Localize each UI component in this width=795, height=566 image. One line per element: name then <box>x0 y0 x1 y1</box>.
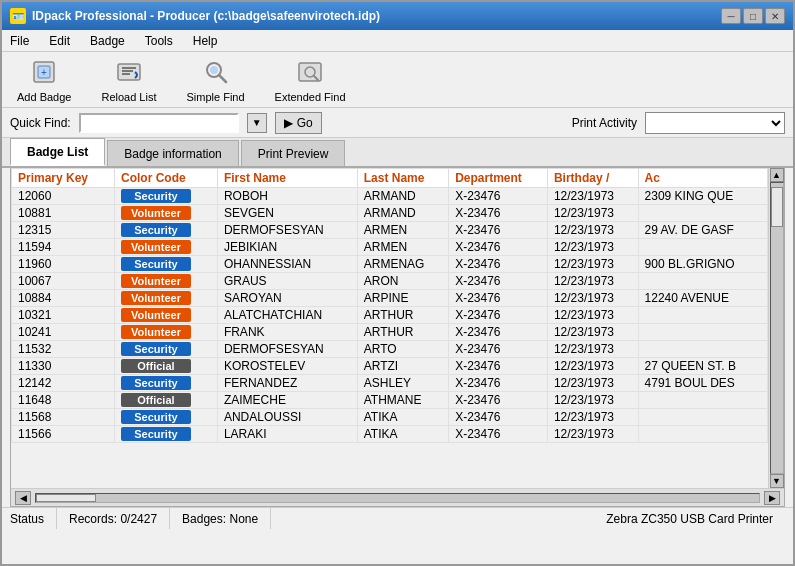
table-row[interactable]: 11532SecurityDERMOFSESYANARTOX-2347612/2… <box>12 341 768 358</box>
table-outer: Primary Key Color Code First Name Last N… <box>11 168 784 488</box>
table-wrapper[interactable]: Primary Key Color Code First Name Last N… <box>11 168 768 488</box>
hscroll-thumb[interactable] <box>36 494 96 502</box>
hscroll-right-arrow[interactable]: ▶ <box>764 491 780 505</box>
menu-edit[interactable]: Edit <box>45 33 74 49</box>
col-first-name: First Name <box>217 169 357 188</box>
svg-point-9 <box>210 66 218 74</box>
table-row[interactable]: 11566SecurityLARAKIATIKAX-2347612/23/197… <box>12 426 768 443</box>
tab-badge-information[interactable]: Badge information <box>107 140 238 166</box>
table-row[interactable]: 12142SecurityFERNANDEZASHLEYX-2347612/23… <box>12 375 768 392</box>
badges-text: Badges: None <box>182 512 258 526</box>
simple-find-label: Simple Find <box>186 91 244 103</box>
table-row[interactable]: 10067VolunteerGRAUSARONX-2347612/23/1973 <box>12 273 768 290</box>
svg-line-8 <box>219 75 226 82</box>
title-bar: 🪪 IDpack Professional - Producer (c:\bad… <box>2 2 793 30</box>
simple-find-icon <box>200 56 232 88</box>
app-icon: 🪪 <box>10 8 26 24</box>
quickfind-dropdown[interactable]: ▼ <box>247 113 267 133</box>
table-row[interactable]: 10884VolunteerSAROYANARPINEX-2347612/23/… <box>12 290 768 307</box>
table-row[interactable]: 11330OfficialKOROSTELEVARTZIX-2347612/23… <box>12 358 768 375</box>
toolbar: + Add Badge Reload List Simple Find <box>2 52 793 108</box>
status-text: Status <box>10 512 44 526</box>
table-row[interactable]: 11960SecurityOHANNESSIANARMENAGX-2347612… <box>12 256 768 273</box>
records-text: Records: 0/2427 <box>69 512 157 526</box>
reload-list-icon <box>113 56 145 88</box>
title-bar-controls[interactable]: ─ □ ✕ <box>721 8 785 24</box>
hscroll-left-arrow[interactable]: ◀ <box>15 491 31 505</box>
menu-bar: File Edit Badge Tools Help <box>2 30 793 52</box>
add-badge-label: Add Badge <box>17 91 71 103</box>
table-row[interactable]: 10241VolunteerFRANKARTHURX-2347612/23/19… <box>12 324 768 341</box>
maximize-button[interactable]: □ <box>743 8 763 24</box>
menu-file[interactable]: File <box>6 33 33 49</box>
status-bar: Status Records: 0/2427 Badges: None Zebr… <box>2 507 793 529</box>
col-primary-key: Primary Key <box>12 169 115 188</box>
table-body: 12060SecurityROBOHARMANDX-2347612/23/197… <box>12 188 768 443</box>
table-row[interactable]: 12315SecurityDERMOFSESYANARMENX-2347612/… <box>12 222 768 239</box>
quickfind-label: Quick Find: <box>10 116 71 130</box>
vscroll-track[interactable] <box>770 182 784 474</box>
table-row[interactable]: 12060SecurityROBOHARMANDX-2347612/23/197… <box>12 188 768 205</box>
data-table: Primary Key Color Code First Name Last N… <box>11 168 768 443</box>
title-bar-left: 🪪 IDpack Professional - Producer (c:\bad… <box>10 8 380 24</box>
status-segment-status: Status <box>10 508 57 529</box>
extended-find-button[interactable]: Extended Find <box>268 53 353 106</box>
content-area: Primary Key Color Code First Name Last N… <box>10 168 785 507</box>
vertical-scrollbar[interactable]: ▲ ▼ <box>768 168 784 488</box>
col-color-code: Color Code <box>114 169 217 188</box>
menu-badge[interactable]: Badge <box>86 33 129 49</box>
col-last-name: Last Name <box>357 169 448 188</box>
status-segment-records: Records: 0/2427 <box>57 508 170 529</box>
reload-list-label: Reload List <box>101 91 156 103</box>
vscroll-up-arrow[interactable]: ▲ <box>770 168 784 182</box>
col-address: Ac <box>638 169 767 188</box>
reload-list-button[interactable]: Reload List <box>94 53 163 106</box>
go-label: Go <box>297 116 313 130</box>
quickfind-input[interactable] <box>79 113 239 133</box>
status-segment-printer: Zebra ZC350 USB Card Printer <box>594 508 785 529</box>
tab-badge-list[interactable]: Badge List <box>10 138 105 166</box>
svg-text:+: + <box>41 67 47 78</box>
add-badge-icon: + <box>28 56 60 88</box>
minimize-button[interactable]: ─ <box>721 8 741 24</box>
vscroll-thumb[interactable] <box>771 187 783 227</box>
print-activity-select[interactable] <box>645 112 785 134</box>
extended-find-icon <box>294 56 326 88</box>
horizontal-scrollbar[interactable]: ◀ ▶ <box>11 488 784 506</box>
col-department: Department <box>449 169 548 188</box>
simple-find-button[interactable]: Simple Find <box>179 53 251 106</box>
table-row[interactable]: 10881VolunteerSEVGENARMANDX-2347612/23/1… <box>12 205 768 222</box>
printer-text: Zebra ZC350 USB Card Printer <box>606 512 773 526</box>
print-activity-label: Print Activity <box>572 116 637 130</box>
hscroll-track[interactable] <box>35 493 760 503</box>
table-row[interactable]: 11568SecurityANDALOUSSIATIKAX-2347612/23… <box>12 409 768 426</box>
tab-print-preview[interactable]: Print Preview <box>241 140 346 166</box>
quickfind-bar: Quick Find: ▼ ▶ Go Print Activity <box>2 108 793 138</box>
close-button[interactable]: ✕ <box>765 8 785 24</box>
table-header-row: Primary Key Color Code First Name Last N… <box>12 169 768 188</box>
vscroll-down-arrow[interactable]: ▼ <box>770 474 784 488</box>
add-badge-button[interactable]: + Add Badge <box>10 53 78 106</box>
menu-tools[interactable]: Tools <box>141 33 177 49</box>
col-birthday: Birthday / <box>547 169 638 188</box>
go-arrow-icon: ▶ <box>284 116 293 130</box>
tab-strip: Badge List Badge information Print Previ… <box>2 138 793 168</box>
menu-help[interactable]: Help <box>189 33 222 49</box>
table-row[interactable]: 11594VolunteerJEBIKIANARMENX-2347612/23/… <box>12 239 768 256</box>
status-segment-badges: Badges: None <box>170 508 271 529</box>
table-row[interactable]: 10321VolunteerALATCHATCHIANARTHURX-23476… <box>12 307 768 324</box>
extended-find-label: Extended Find <box>275 91 346 103</box>
table-row[interactable]: 11648OfficialZAIMECHEATHMANEX-2347612/23… <box>12 392 768 409</box>
title-bar-text: IDpack Professional - Producer (c:\badge… <box>32 9 380 23</box>
go-button[interactable]: ▶ Go <box>275 112 322 134</box>
